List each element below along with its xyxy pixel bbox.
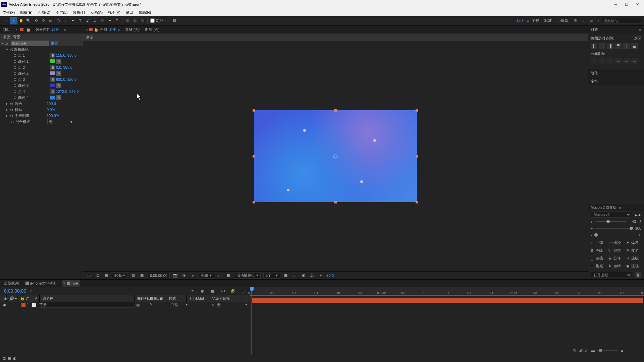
menu-anim[interactable]: 动画(A) <box>89 9 104 16</box>
tl-icon[interactable]: 🏷 <box>220 288 226 294</box>
chevron-down-icon[interactable]: ▾ <box>1 41 5 46</box>
viewport[interactable] <box>83 41 588 271</box>
distribute-button[interactable]: ━ <box>631 58 638 64</box>
pen-tool[interactable]: ✒ <box>69 17 76 24</box>
tab-comp-name[interactable]: 渐变 <box>109 27 116 32</box>
spin-button[interactable]: ↻自转 <box>608 263 624 269</box>
ease-icon[interactable]: ⤴ <box>639 220 641 224</box>
bbox-handle[interactable] <box>253 109 255 112</box>
layer-search-icon[interactable]: ρ <box>30 289 32 293</box>
col-parent[interactable]: 父级和链接 <box>210 295 247 302</box>
color2-swatch[interactable] <box>50 71 55 76</box>
toggle-icon[interactable]: ◐ <box>13 356 16 361</box>
align-to-dropdown[interactable]: 选区 <box>634 36 641 41</box>
layer-label-color[interactable] <box>21 303 25 307</box>
gradient-point[interactable] <box>287 189 289 191</box>
chevron-right-icon[interactable]: ▸ <box>6 102 10 106</box>
switch[interactable]: ▦ <box>136 303 140 307</box>
hand-tool[interactable]: ✋ <box>17 17 25 24</box>
tab-render-queue[interactable]: 渲染队列 <box>3 280 20 287</box>
tl-icon[interactable]: 🧩 <box>230 288 236 294</box>
bbox-handle[interactable] <box>253 201 255 203</box>
align-vcenter-button[interactable]: ┼ <box>623 43 630 49</box>
distribute-button[interactable]: ┊ <box>591 58 597 64</box>
workspace-small[interactable]: 小屏幕 <box>554 17 571 24</box>
col-mode[interactable]: 模式 <box>167 295 187 302</box>
workspace-lib[interactable]: 库 <box>571 17 580 24</box>
pickwhip-icon[interactable]: ⊚ <box>211 303 214 307</box>
toggle-icon[interactable]: ⊡ <box>3 356 6 361</box>
minimize-button[interactable]: ─ <box>610 0 621 9</box>
gradient-point[interactable] <box>360 180 363 183</box>
roi-icon[interactable]: ▭ <box>217 273 223 279</box>
bbox-handle[interactable] <box>416 155 418 158</box>
bbox-handle[interactable] <box>416 109 418 112</box>
view-icon[interactable]: ⚓ <box>309 273 315 279</box>
fx-icon[interactable]: fx <box>5 41 11 45</box>
maximize-button[interactable]: ☐ <box>621 0 632 9</box>
distribute-button[interactable]: ┊ <box>607 58 613 64</box>
bbox-handle[interactable] <box>416 201 418 203</box>
slider-value[interactable]: 100 <box>633 226 641 230</box>
clone-tool[interactable]: ⊥ <box>91 17 99 24</box>
jitter-value[interactable]: 0.0% <box>47 108 55 112</box>
timecode-display[interactable]: 0:00:00:00 <box>4 288 26 294</box>
visibility-toggle[interactable]: ◉ <box>3 303 7 307</box>
workspace-default[interactable]: 默认 <box>514 17 527 24</box>
crosshair-icon[interactable]: ⊕ <box>50 89 55 94</box>
clone-button[interactable]: ⧉克隆 <box>590 247 606 254</box>
menu-comp[interactable]: 合成(C) <box>37 9 52 16</box>
eraser-tool[interactable]: ◇ <box>99 17 106 24</box>
point1-value[interactable]: 115.0, 938.0 <box>56 53 76 57</box>
layer-duration-bar[interactable] <box>252 298 643 303</box>
brush-tool[interactable]: 🖌 <box>84 17 91 24</box>
workspace-more-icon[interactable]: » <box>580 18 587 23</box>
zoom-in-icon[interactable]: ▲ <box>620 348 624 352</box>
menu-edit[interactable]: 编辑(E) <box>19 9 34 16</box>
view-icon[interactable]: ✦ <box>318 273 324 279</box>
mask-icon[interactable]: ▦ <box>103 273 109 279</box>
align-right-button[interactable]: ▐ <box>607 43 613 49</box>
opacity-value[interactable]: 100.0% <box>47 114 59 118</box>
tab-comp-iphone[interactable]: iPhone文字动画 <box>24 280 58 287</box>
distribute-button[interactable]: ━ <box>615 58 622 64</box>
home-icon[interactable]: ⌂ <box>3 17 10 24</box>
slider-track[interactable] <box>596 235 631 235</box>
layer-row[interactable]: ◉ 1 背景 ▦ fx 正常▾ ⊚ 无▾ <box>0 302 250 308</box>
eyedropper-icon[interactable]: ✎ <box>56 59 61 64</box>
chevron-right-icon[interactable]: › <box>591 233 594 237</box>
stopwatch-icon[interactable]: ⊙ <box>10 114 15 118</box>
align-hcenter-button[interactable]: ┼ <box>599 43 605 49</box>
timecode-display[interactable]: 0:00:00:00 <box>148 273 170 278</box>
align-left-button[interactable]: ▌ <box>591 43 597 49</box>
selection-tool[interactable]: ▸ <box>10 17 17 24</box>
zoom-tool[interactable]: 🔍 <box>25 17 32 24</box>
work-area-bar[interactable] <box>250 295 644 296</box>
color4-swatch[interactable] <box>50 95 55 100</box>
workspace-standard[interactable]: 标准 <box>542 17 554 24</box>
panel-menu-icon[interactable]: ≡ <box>117 27 119 32</box>
roto-tool[interactable]: ✦ <box>106 17 113 24</box>
stopwatch-icon[interactable]: ⊙ <box>13 71 18 76</box>
chevron-down-icon[interactable]: ▾ <box>6 47 10 52</box>
point3-value[interactable]: 600.0, 220.0 <box>56 77 76 81</box>
stopwatch-icon[interactable]: ⊙ <box>13 53 18 58</box>
toggle-icon[interactable]: ▦ <box>8 356 11 361</box>
stopwatch-icon[interactable]: ⊙ <box>10 108 15 112</box>
slider-track[interactable] <box>596 221 626 222</box>
slider-value[interactable]: 40 <box>628 220 636 224</box>
panel-menu-icon[interactable]: ≡ <box>619 205 621 209</box>
rebound-button[interactable]: +回弹 <box>590 240 606 246</box>
tab-comp-gradient[interactable]: ×渐变 <box>62 280 80 287</box>
zoom-slider[interactable] <box>597 350 618 351</box>
canvas[interactable] <box>254 110 417 202</box>
zoom-out-icon[interactable]: ▬ <box>591 348 595 352</box>
snapshot-icon[interactable]: 📷 <box>172 273 178 279</box>
zoom-dropdown[interactable]: 50%▾ <box>112 273 127 278</box>
chevron-right-icon[interactable]: ▸ <box>6 108 10 112</box>
stopwatch-icon[interactable]: ⊙ <box>13 77 18 82</box>
color1-swatch[interactable] <box>50 59 55 64</box>
view-icon[interactable]: ▦ <box>283 273 289 279</box>
mountain-icon[interactable]: ▲▲ <box>634 213 641 217</box>
views-dropdown[interactable]: 1个...▾ <box>263 272 280 279</box>
